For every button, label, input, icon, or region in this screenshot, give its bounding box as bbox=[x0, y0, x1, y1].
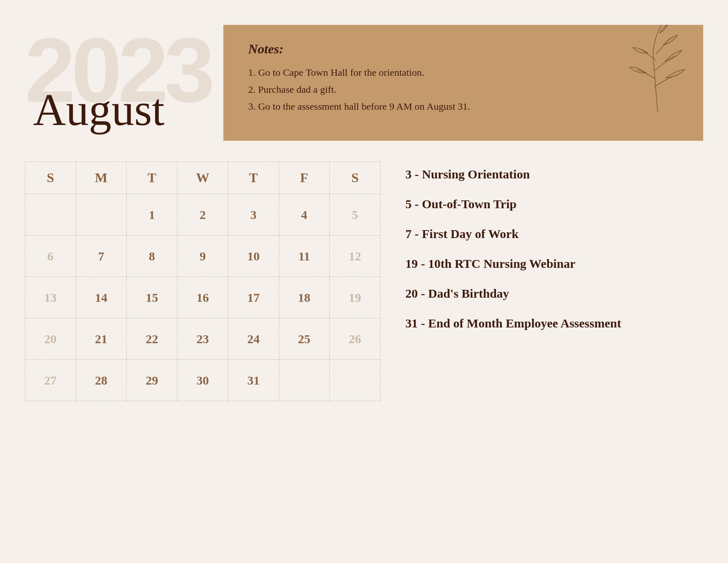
calendar-day: 29 bbox=[127, 360, 177, 401]
calendar-day: 9 bbox=[177, 236, 228, 277]
header-section: 2023 August Notes: 1. Go to Cape Town Ha… bbox=[25, 25, 703, 141]
calendar-day: 12 bbox=[330, 236, 381, 277]
calendar-day: 30 bbox=[177, 360, 228, 401]
note-item-2: 2. Purchase dad a gift. bbox=[248, 81, 612, 98]
event-item: 19 - 10th RTC Nursing Webinar bbox=[405, 255, 703, 272]
calendar-day: 28 bbox=[76, 360, 127, 401]
event-label: 7 - First Day of Work bbox=[405, 227, 519, 241]
calendar-day: 20 bbox=[25, 318, 76, 360]
day-header-fri: F bbox=[279, 162, 330, 194]
calendar-day: 31 bbox=[228, 360, 279, 401]
calendar-day: 26 bbox=[330, 318, 381, 360]
calendar-week-row: 13141516171819 bbox=[25, 277, 381, 318]
calendar-day: 13 bbox=[25, 277, 76, 318]
event-label: 19 - 10th RTC Nursing Webinar bbox=[405, 257, 575, 270]
event-item: 7 - First Day of Work bbox=[405, 225, 703, 243]
calendar-day: 14 bbox=[76, 277, 127, 318]
calendar-day: 15 bbox=[127, 277, 177, 318]
calendar-day: 4 bbox=[279, 194, 330, 236]
notes-block: Notes: 1. Go to Cape Town Hall for the o… bbox=[223, 25, 703, 141]
calendar-week-row: 12345 bbox=[25, 194, 381, 236]
calendar-week-row: 6789101112 bbox=[25, 236, 381, 277]
event-label: 31 - End of Month Employee Assessment bbox=[405, 316, 621, 330]
calendar-day: 10 bbox=[228, 236, 279, 277]
event-item: 3 - Nursing Orientation bbox=[405, 166, 703, 183]
calendar-day: 23 bbox=[177, 318, 228, 360]
calendar-week-row: 20212223242526 bbox=[25, 318, 381, 360]
event-label: 5 - Out-of-Town Trip bbox=[405, 197, 517, 211]
month-title: August bbox=[25, 87, 165, 132]
calendar-day: 27 bbox=[25, 360, 76, 401]
calendar-day: 25 bbox=[279, 318, 330, 360]
day-header-mon: M bbox=[76, 162, 127, 194]
calendar-day bbox=[76, 194, 127, 236]
calendar-day: 1 bbox=[127, 194, 177, 236]
calendar-day bbox=[330, 360, 381, 401]
calendar-grid-container: S M T W T F S 12345678910111213141516171… bbox=[25, 161, 381, 401]
calendar-day: 5 bbox=[330, 194, 381, 236]
day-header-wed: W bbox=[177, 162, 228, 194]
calendar-day: 8 bbox=[127, 236, 177, 277]
event-label: 3 - Nursing Orientation bbox=[405, 167, 530, 181]
calendar-day: 3 bbox=[228, 194, 279, 236]
event-item: 5 - Out-of-Town Trip bbox=[405, 195, 703, 213]
day-header-thu: T bbox=[228, 162, 279, 194]
day-header-tue: T bbox=[127, 162, 177, 194]
calendar-week-row: 2728293031 bbox=[25, 360, 381, 401]
event-item: 31 - End of Month Employee Assessment bbox=[405, 315, 703, 332]
year-month-block: 2023 August bbox=[25, 25, 223, 141]
calendar-day: 16 bbox=[177, 277, 228, 318]
notes-list: 1. Go to Cape Town Hall for the orientat… bbox=[248, 64, 612, 115]
calendar-day: 22 bbox=[127, 318, 177, 360]
calendar-day bbox=[25, 194, 76, 236]
note-item-1: 1. Go to Cape Town Hall for the orientat… bbox=[248, 64, 612, 81]
calendar-day: 18 bbox=[279, 277, 330, 318]
notes-title: Notes: bbox=[248, 41, 612, 57]
calendar-table: S M T W T F S 12345678910111213141516171… bbox=[25, 161, 381, 401]
calendar-day: 19 bbox=[330, 277, 381, 318]
leaf-decoration-icon bbox=[620, 25, 695, 112]
calendar-day: 2 bbox=[177, 194, 228, 236]
calendar-section: S M T W T F S 12345678910111213141516171… bbox=[25, 161, 703, 401]
calendar-day: 6 bbox=[25, 236, 76, 277]
calendar-day: 21 bbox=[76, 318, 127, 360]
note-item-3: 3. Go to the assessment hall before 9 AM… bbox=[248, 98, 612, 115]
calendar-header-row: S M T W T F S bbox=[25, 162, 381, 194]
event-item: 20 - Dad's Birthday bbox=[405, 285, 703, 302]
calendar-day bbox=[279, 360, 330, 401]
calendar-day: 24 bbox=[228, 318, 279, 360]
events-section: 3 - Nursing Orientation5 - Out-of-Town T… bbox=[405, 161, 703, 401]
calendar-day: 11 bbox=[279, 236, 330, 277]
day-header-sat: S bbox=[330, 162, 381, 194]
event-label: 20 - Dad's Birthday bbox=[405, 286, 509, 300]
day-header-sun: S bbox=[25, 162, 76, 194]
calendar-day: 7 bbox=[76, 236, 127, 277]
calendar-day: 17 bbox=[228, 277, 279, 318]
